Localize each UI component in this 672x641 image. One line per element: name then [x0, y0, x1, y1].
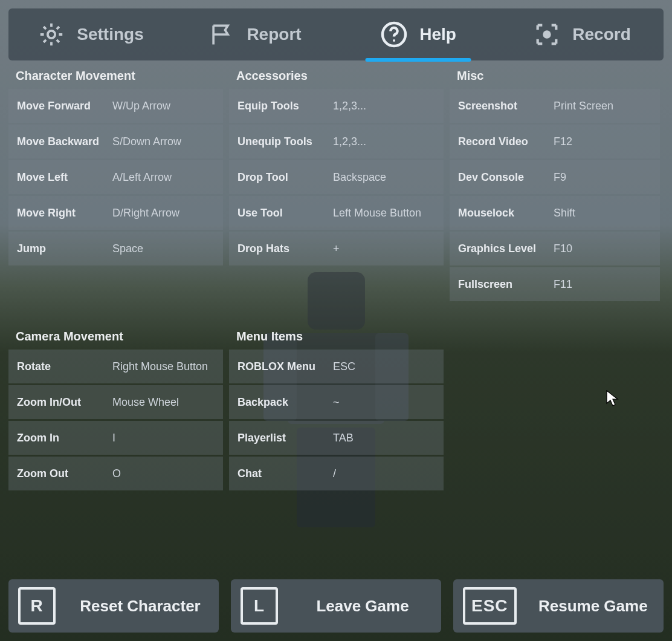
button-label: Reset Character: [71, 597, 209, 616]
keybind-value: ESC: [333, 360, 355, 373]
keybind-row: Move RightD/Right Arrow: [8, 196, 223, 230]
keybind-value: /: [333, 467, 336, 480]
keybind-label: Screenshot: [458, 100, 554, 112]
keybind-row: FullscreenF11: [450, 267, 660, 301]
keybind-value: Print Screen: [554, 100, 613, 112]
keybind-value: 1,2,3...: [333, 135, 366, 148]
keybind-label: Equip Tools: [237, 100, 333, 112]
keybind-value: Shift: [554, 207, 575, 220]
keybind-row: Record VideoF12: [450, 125, 660, 158]
resume-game-button[interactable]: ESC Resume Game: [453, 579, 664, 633]
keybind-value: +: [333, 242, 340, 255]
keybind-row: Zoom InI: [8, 421, 223, 455]
keybind-value: 1,2,3...: [333, 100, 366, 112]
tab-record[interactable]: Record: [500, 8, 664, 60]
section-title: Misc: [450, 67, 660, 89]
keybind-value: Backspace: [333, 171, 386, 184]
keybind-label: Drop Tool: [237, 171, 333, 184]
section-title: Accessories: [229, 67, 444, 89]
section-title: Camera Movement: [8, 327, 223, 350]
keybind-value: ~: [333, 396, 340, 409]
keybind-label: Dev Console: [458, 171, 554, 184]
keybind-label: Fullscreen: [458, 278, 554, 291]
tab-report[interactable]: Report: [172, 8, 336, 60]
button-label: Resume Game: [532, 597, 654, 616]
key-hint: ESC: [463, 587, 517, 625]
keybind-label: Zoom In: [17, 432, 112, 444]
svg-point-0: [48, 31, 55, 38]
keybind-label: Zoom Out: [17, 467, 112, 480]
keybind-label: Unequip Tools: [237, 135, 333, 148]
keybind-label: Rotate: [17, 360, 112, 373]
section-menu-items: Menu Items ROBLOX MenuESCBackpack~Player…: [229, 327, 444, 492]
keybind-row: ScreenshotPrint Screen: [450, 89, 660, 123]
button-label: Leave Game: [294, 597, 431, 616]
tab-help[interactable]: Help: [336, 8, 500, 60]
key-hint: L: [241, 587, 278, 625]
leave-game-button[interactable]: L Leave Game: [231, 579, 441, 633]
help-content: Character Movement Move ForwardW/Up Arro…: [8, 67, 664, 492]
keybind-label: Chat: [237, 467, 333, 480]
section-title: Character Movement: [8, 67, 223, 89]
keybind-row: Move LeftA/Left Arrow: [8, 160, 223, 194]
keybind-value: F10: [554, 242, 572, 255]
keybind-value: I: [112, 432, 115, 444]
game-menu: Settings Report Help: [0, 0, 672, 641]
keybind-row: PlayerlistTAB: [229, 421, 444, 455]
gear-icon: [37, 20, 66, 49]
keybind-row: Chat/: [229, 457, 444, 490]
keybind-row: ROBLOX MenuESC: [229, 350, 444, 383]
keybind-label: Backpack: [237, 396, 333, 409]
menu-tabs: Settings Report Help: [8, 8, 664, 60]
keybind-label: Playerlist: [237, 432, 333, 444]
keybind-value: Left Mouse Button: [333, 207, 421, 220]
keybind-row: Dev ConsoleF9: [450, 160, 660, 194]
keybind-label: Move Left: [17, 171, 112, 184]
keybind-row: RotateRight Mouse Button: [8, 350, 223, 383]
tab-settings[interactable]: Settings: [8, 8, 172, 60]
keybind-row: MouselockShift: [450, 196, 660, 230]
keybind-value: F11: [554, 278, 572, 291]
keybind-row: Equip Tools1,2,3...: [229, 89, 444, 123]
keybind-label: Mouselock: [458, 207, 554, 220]
section-accessories: Accessories Equip Tools1,2,3...Unequip T…: [229, 67, 444, 303]
keybind-value: F9: [554, 171, 566, 184]
keybind-row: Zoom In/OutMouse Wheel: [8, 385, 223, 419]
keybind-value: Right Mouse Button: [112, 360, 208, 373]
keybind-row: Drop ToolBackspace: [229, 160, 444, 194]
keybind-value: Space: [112, 242, 143, 255]
record-icon: [532, 20, 561, 49]
section-character-movement: Character Movement Move ForwardW/Up Arro…: [8, 67, 223, 303]
keybind-value: S/Down Arrow: [112, 135, 181, 148]
keybind-value: Mouse Wheel: [112, 396, 179, 409]
keybind-label: Move Right: [17, 207, 112, 220]
flag-icon: [207, 20, 236, 49]
section-misc: Misc ScreenshotPrint ScreenRecord VideoF…: [450, 67, 660, 303]
keybind-label: ROBLOX Menu: [237, 360, 333, 373]
svg-point-2: [393, 39, 395, 42]
keybind-row: Unequip Tools1,2,3...: [229, 125, 444, 158]
keybind-label: Record Video: [458, 135, 554, 148]
tab-label: Report: [247, 25, 301, 44]
keybind-row: Move BackwardS/Down Arrow: [8, 125, 223, 158]
keybind-label: Move Backward: [17, 135, 112, 148]
keybind-row: Graphics LevelF10: [450, 232, 660, 265]
keybind-value: O: [112, 467, 121, 480]
keybind-label: Jump: [17, 242, 112, 255]
keybind-value: D/Right Arrow: [112, 207, 179, 220]
section-title: Menu Items: [229, 327, 444, 350]
tab-label: Settings: [77, 25, 143, 44]
help-icon: [380, 20, 409, 49]
keybind-row: JumpSpace: [8, 232, 223, 265]
keybind-label: Drop Hats: [237, 242, 333, 255]
key-hint: R: [18, 587, 56, 625]
tab-label: Record: [572, 25, 630, 44]
tab-label: Help: [419, 25, 456, 44]
keybind-value: W/Up Arrow: [112, 100, 170, 112]
keybind-label: Zoom In/Out: [17, 396, 112, 409]
keybind-label: Move Forward: [17, 100, 112, 112]
keybind-row: Zoom OutO: [8, 457, 223, 490]
keybind-value: A/Left Arrow: [112, 171, 172, 184]
reset-character-button[interactable]: R Reset Character: [8, 579, 219, 633]
keybind-value: F12: [554, 135, 572, 148]
